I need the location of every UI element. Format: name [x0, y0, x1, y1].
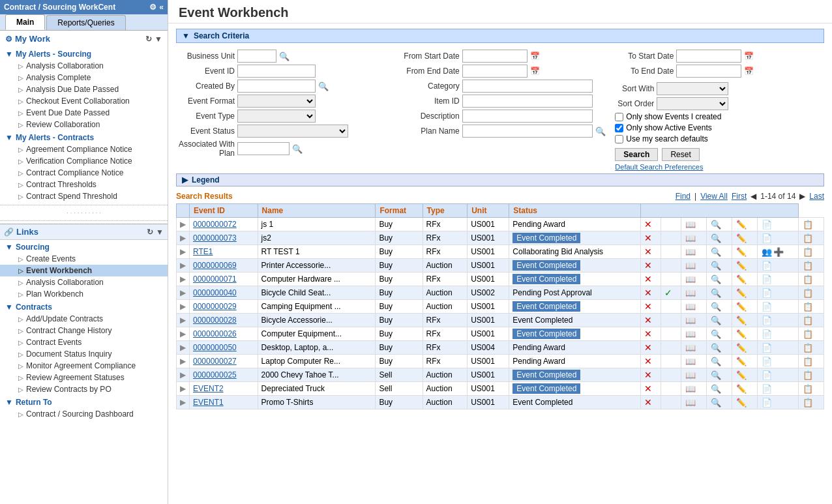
copy-icon[interactable]: 📋 — [803, 288, 813, 298]
collapse-icon[interactable]: « — [159, 3, 164, 12]
prev-icon[interactable]: ◀ — [750, 192, 756, 201]
edit-icon[interactable]: ✏️ — [736, 329, 747, 339]
item-id-input[interactable] — [462, 95, 593, 108]
event-id-link[interactable]: 0000000069 — [193, 261, 237, 270]
delete-icon[interactable]: ✕ — [644, 219, 652, 230]
associated-with-plan-lookup-icon[interactable]: 🔍 — [292, 144, 303, 154]
sidebar-item[interactable]: ▷Contract Spend Threshold — [0, 190, 168, 202]
next-icon[interactable]: ▶ — [799, 192, 805, 201]
sidebar-item-monitor-agreement-compliance[interactable]: ▷Monitor Agreement Compliance — [0, 360, 168, 372]
business-unit-lookup-icon[interactable]: 🔍 — [279, 52, 290, 61]
copy-icon[interactable]: 📋 — [803, 357, 813, 366]
delete-icon[interactable]: ✕ — [644, 233, 652, 243]
copy-icon[interactable]: 📋 — [803, 233, 813, 243]
last-link[interactable]: Last — [809, 192, 824, 201]
search-detail-icon[interactable]: 🔍 — [711, 302, 721, 312]
delete-icon[interactable]: ✕ — [644, 383, 652, 394]
col-name[interactable]: Name — [258, 204, 376, 218]
to-start-date-cal-icon[interactable]: 📅 — [744, 52, 754, 61]
book-icon[interactable]: 📖 — [685, 384, 696, 394]
row-expand-icon[interactable]: ▶ — [180, 288, 186, 297]
row-expand-icon[interactable]: ▶ — [180, 316, 186, 325]
return-to-group[interactable]: ▼ Return To — [0, 395, 168, 408]
from-end-date-cal-icon[interactable]: 📅 — [530, 67, 540, 76]
settings-icon[interactable]: ⚙ — [149, 3, 156, 12]
sidebar-item[interactable]: ▷Analysis Due Date Passed — [0, 83, 168, 95]
doc-icon[interactable]: 📄 — [762, 233, 772, 243]
tab-reports-queries[interactable]: Reports/Queries — [46, 15, 125, 30]
doc-icon[interactable]: 📄 — [762, 329, 772, 339]
search-detail-icon[interactable]: 🔍 — [711, 343, 721, 353]
book-icon[interactable]: 📖 — [685, 261, 696, 271]
book-icon[interactable]: 📖 — [685, 302, 696, 312]
sidebar-item-create-events[interactable]: ▷Create Events — [0, 253, 168, 265]
book-icon[interactable]: 📖 — [685, 357, 696, 366]
delete-icon[interactable]: ✕ — [644, 288, 652, 298]
delete-icon[interactable]: ✕ — [644, 397, 652, 408]
category-input[interactable] — [462, 80, 593, 93]
to-start-date-input[interactable] — [676, 50, 741, 63]
col-event-id[interactable]: Event ID — [190, 204, 258, 218]
find-link[interactable]: Find — [676, 192, 691, 201]
edit-icon[interactable]: ✏️ — [736, 316, 747, 325]
event-type-select[interactable] — [237, 110, 316, 123]
refresh-links-icon[interactable]: ↻ — [147, 228, 153, 237]
sidebar-item[interactable]: ▷Verification Compliance Notice — [0, 155, 168, 167]
col-unit[interactable]: Unit — [468, 204, 509, 218]
legend-header[interactable]: ▶ Legend — [176, 173, 824, 186]
sidebar-item[interactable]: ▷Contract Compliance Notice — [0, 167, 168, 179]
doc-icon[interactable]: 📄 — [762, 302, 772, 312]
sidebar-item[interactable]: ▷Analysis Collaboration — [0, 60, 168, 72]
search-detail-icon[interactable]: 🔍 — [711, 247, 721, 257]
associated-with-plan-input[interactable] — [237, 142, 290, 155]
doc-icon[interactable]: 📄 — [762, 343, 772, 353]
search-detail-icon[interactable]: 🔍 — [711, 261, 721, 271]
event-id-link[interactable]: EVENT1 — [193, 398, 224, 407]
sidebar-item-review-agreement-statuses[interactable]: ▷Review Agreement Statuses — [0, 372, 168, 383]
add-icon[interactable]: ➕ — [773, 247, 784, 257]
from-end-date-input[interactable] — [462, 65, 527, 78]
first-link[interactable]: First — [732, 192, 747, 201]
alerts-sourcing-group[interactable]: ▼ My Alerts - Sourcing — [0, 47, 168, 60]
edit-icon[interactable]: ✏️ — [736, 288, 747, 298]
col-type[interactable]: Type — [423, 204, 468, 218]
event-id-link[interactable]: 0000000050 — [193, 343, 237, 352]
search-button[interactable]: Search — [615, 148, 658, 161]
copy-icon[interactable]: 📋 — [803, 316, 813, 325]
copy-icon[interactable]: 📋 — [803, 220, 813, 230]
event-status-select[interactable] — [237, 125, 348, 138]
delete-icon[interactable]: ✕ — [644, 370, 652, 380]
doc-icon[interactable]: 📄 — [762, 274, 772, 284]
book-icon[interactable]: 📖 — [685, 329, 696, 339]
collab-icon[interactable]: 👥 — [762, 247, 772, 257]
delete-icon[interactable]: ✕ — [644, 356, 652, 366]
contracts-group[interactable]: ▼ Contracts — [0, 300, 168, 313]
delete-icon[interactable]: ✕ — [644, 315, 652, 325]
check-icon[interactable]: ✓ — [664, 288, 672, 298]
sidebar-item-document-status-inquiry[interactable]: ▷Document Status Inquiry — [0, 348, 168, 360]
book-icon[interactable]: 📖 — [685, 370, 696, 380]
from-start-date-cal-icon[interactable]: 📅 — [530, 52, 540, 61]
row-expand-icon[interactable]: ▶ — [180, 302, 186, 311]
sidebar-item[interactable]: ▷Contract Thresholds — [0, 179, 168, 190]
edit-icon[interactable]: ✏️ — [736, 261, 747, 271]
refresh-icon[interactable]: ↻ — [145, 35, 152, 44]
doc-icon[interactable]: 📄 — [762, 370, 772, 380]
event-id-link[interactable]: 0000000073 — [193, 233, 237, 243]
doc-icon[interactable]: 📄 — [762, 261, 772, 271]
sort-order-select[interactable] — [657, 97, 728, 110]
row-expand-icon[interactable]: ▶ — [180, 398, 186, 407]
delete-icon[interactable]: ✕ — [644, 274, 652, 284]
sidebar-item[interactable]: ▷Review Collaboration — [0, 119, 168, 130]
row-expand-icon[interactable]: ▶ — [180, 220, 186, 229]
view-all-link[interactable]: View All — [700, 192, 728, 201]
delete-icon[interactable]: ✕ — [644, 246, 652, 257]
col-format[interactable]: Format — [376, 204, 423, 218]
plan-name-input[interactable] — [462, 125, 593, 138]
doc-icon[interactable]: 📄 — [762, 316, 772, 325]
to-end-date-cal-icon[interactable]: 📅 — [744, 67, 754, 76]
edit-icon[interactable]: ✏️ — [736, 384, 747, 394]
row-expand-icon[interactable]: ▶ — [180, 343, 186, 352]
edit-icon[interactable]: ✏️ — [736, 302, 747, 312]
event-id-link[interactable]: 0000000026 — [193, 329, 237, 338]
